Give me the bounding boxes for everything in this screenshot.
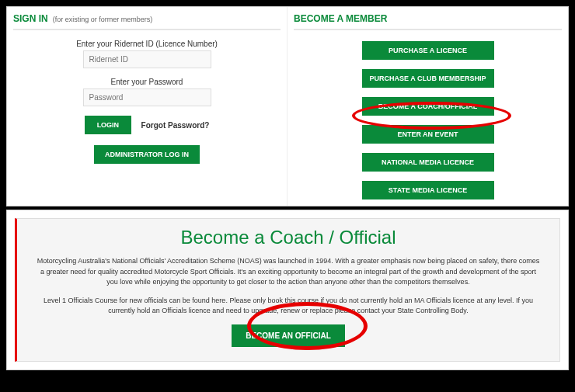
signin-title: SIGN IN: [13, 13, 48, 24]
password-input[interactable]: [83, 88, 211, 106]
login-button[interactable]: LOGIN: [85, 116, 132, 134]
coach-para1: Motorcycling Australia's National Offici…: [31, 256, 545, 288]
enter-event-button[interactable]: ENTER AN EVENT: [362, 125, 494, 144]
state-media-button[interactable]: STATE MEDIA LICENCE: [362, 181, 494, 199]
purchase-club-button[interactable]: PURCHASE A CLUB MEMBERSHIP: [362, 69, 494, 88]
coach-para2: Level 1 Officials Course for new officia…: [31, 296, 545, 317]
password-label: Enter your Password: [13, 78, 281, 86]
coach-section: Become a Coach / Official Motorcycling A…: [6, 210, 569, 370]
ridernet-input[interactable]: [83, 50, 211, 68]
purchase-licence-button[interactable]: PURCHASE A LICENCE: [362, 41, 494, 60]
signin-panel: SIGN IN (for existing or former members)…: [7, 7, 288, 206]
become-official-button[interactable]: BECOME AN OFFICIAL: [232, 324, 345, 347]
coach-title: Become a Coach / Official: [31, 227, 545, 248]
signin-header: SIGN IN (for existing or former members): [13, 13, 281, 30]
ridernet-label: Enter your Ridernet ID (Licence Number): [13, 40, 281, 48]
national-media-button[interactable]: NATIONAL MEDIA LICENCE: [362, 153, 494, 172]
admin-login-button[interactable]: ADMINISTRATOR LOG IN: [94, 145, 200, 164]
become-coach-button[interactable]: BECOME A COACH/OFFICIAL: [362, 97, 494, 116]
forgot-password-link[interactable]: Forgot Password?: [141, 121, 210, 130]
member-title: BECOME A MEMBER: [294, 13, 562, 30]
signin-subtitle: (for existing or former members): [53, 16, 153, 23]
member-panel: BECOME A MEMBER PURCHASE A LICENCE PURCH…: [288, 7, 568, 206]
